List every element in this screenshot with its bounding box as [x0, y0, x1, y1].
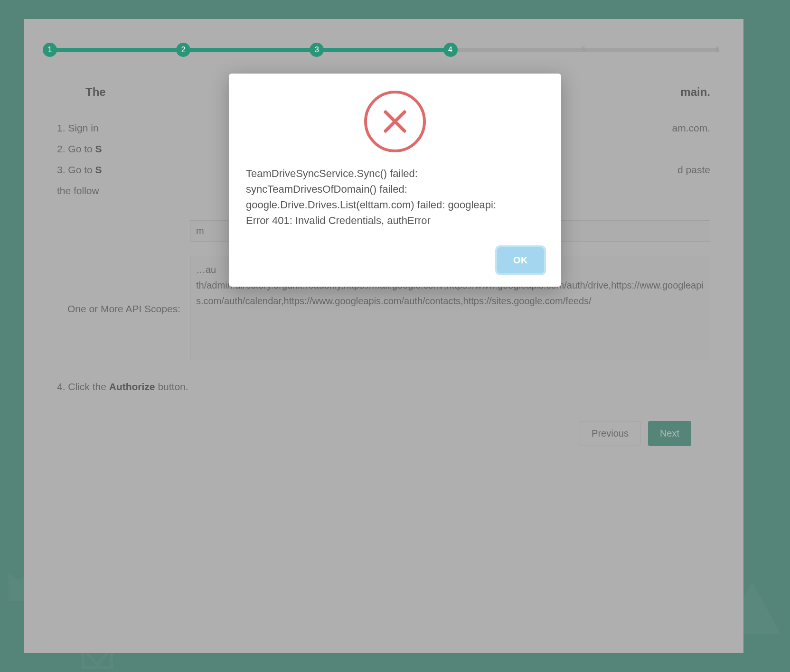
stepper-progress — [48, 48, 452, 52]
error-message: TeamDriveSyncService.Sync() failed: sync… — [246, 166, 544, 228]
step-5: 5 — [577, 43, 591, 57]
x-icon — [378, 105, 412, 138]
step-4[interactable]: 4 — [443, 43, 458, 57]
step-1[interactable]: 1 — [43, 43, 57, 57]
modal-overlay: TeamDriveSyncService.Sync() failed: sync… — [0, 0, 790, 672]
error-icon — [246, 91, 544, 152]
step-6: 6 — [710, 43, 724, 57]
ok-button[interactable]: OK — [497, 247, 544, 273]
step-2[interactable]: 2 — [176, 43, 190, 57]
error-modal: TeamDriveSyncService.Sync() failed: sync… — [229, 74, 561, 287]
